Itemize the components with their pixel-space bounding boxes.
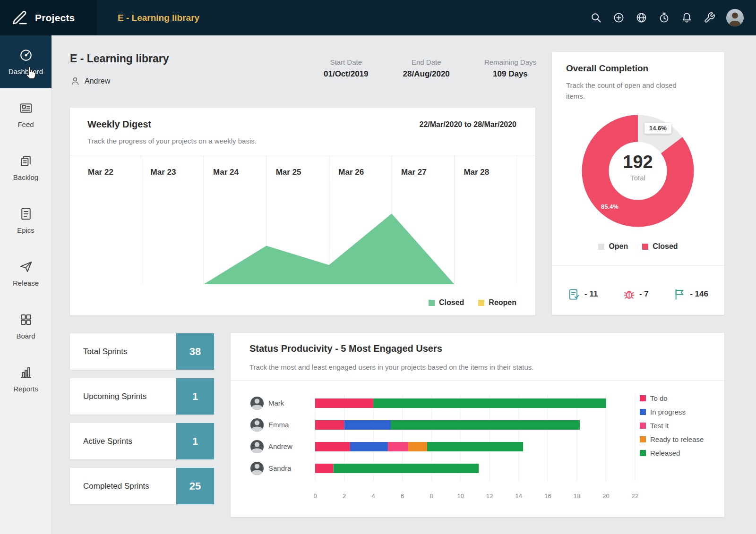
sidebar-item-dashboard[interactable]: Dashboard (0, 35, 52, 88)
weekly-digest-date-range: 22/Mar/2020 to 28/Mar/2020 (420, 120, 516, 129)
project-owner[interactable]: Andrew (70, 76, 110, 86)
epics-icon (19, 207, 33, 221)
sidebar-item-label: Release (13, 279, 39, 287)
sidebar-item-release[interactable]: Release (0, 247, 52, 300)
legend-swatch (478, 300, 484, 306)
status-productivity-title: Status Producivity - 5 Most Engaged User… (249, 343, 442, 354)
bar-segment-to-do (315, 464, 334, 473)
notifications-bell-icon[interactable] (681, 12, 693, 24)
legend-swatch (640, 436, 646, 442)
sprint-card-value: 25 (176, 468, 214, 504)
digest-day-label: Mar 26 (338, 168, 364, 177)
sidebar-item-epics[interactable]: Epics (0, 194, 52, 247)
x-axis-tick: 0 (313, 492, 317, 500)
legend-swatch (642, 244, 648, 250)
topbar-project-name[interactable]: E - Learning library (118, 13, 199, 23)
bar-segment-to-do (315, 420, 344, 430)
bar-segment-released (391, 420, 580, 430)
sprint-card-value: 1 (176, 423, 214, 459)
user-avatar[interactable] (726, 9, 744, 26)
x-axis-tick: 10 (457, 492, 464, 500)
open-percentage-label: 14.6% (644, 123, 671, 134)
tasks-stat[interactable]: - 11 (568, 288, 598, 301)
end-date-value: 28/Aug/2020 (403, 69, 450, 79)
sidebar-item-label: Reports (13, 385, 38, 393)
milestones-stat[interactable]: - 146 (673, 288, 708, 301)
sidebar-item-label: Feed (17, 120, 34, 128)
sprint-card-total[interactable]: Total Sprints 38 (70, 333, 214, 370)
timer-icon[interactable] (658, 12, 670, 24)
board-grid-icon (19, 313, 33, 327)
legend-swatch (640, 409, 646, 415)
overall-completion-title: Overall Completion (566, 63, 648, 74)
sprint-card-value: 1 (176, 378, 214, 415)
weekly-digest-chart: Mar 22Mar 23Mar 24Mar 25Mar 26Mar 27Mar … (78, 156, 517, 284)
sidebar-item-feed[interactable]: Feed (0, 88, 52, 141)
divider (70, 155, 535, 155)
legend-item-closed: Closed (642, 242, 678, 251)
overall-completion-subtitle: Track the count of open and closed items… (566, 80, 684, 102)
bar-segment-to-do (315, 398, 373, 408)
search-icon[interactable] (590, 12, 602, 24)
sprint-card-label: Completed Sprints (70, 482, 149, 491)
x-axis-tick: 2 (343, 492, 346, 500)
end-date: End Date 28/Aug/2020 (403, 58, 450, 79)
x-axis-tick: 14 (515, 492, 522, 500)
legend-swatch (640, 450, 646, 456)
sidebar-item-reports[interactable]: Reports (0, 353, 52, 406)
x-axis-tick: 12 (486, 492, 493, 500)
sprint-card-label: Total Sprints (70, 347, 128, 356)
digest-day-label: Mar 22 (88, 168, 113, 177)
avatar (250, 440, 264, 455)
digest-day-label: Mar 27 (401, 168, 427, 177)
legend-swatch (640, 423, 646, 429)
flag-icon (673, 288, 686, 301)
sprint-card-active[interactable]: Active Sprints 1 (70, 423, 214, 459)
remaining-days-label: Remaining Days (484, 58, 536, 66)
sprint-card-completed[interactable]: Completed Sprints 25 (70, 468, 214, 504)
mouse-cursor-hand (24, 66, 38, 80)
bar-segment-released (334, 464, 479, 473)
x-axis-tick: 22 (632, 492, 638, 500)
sidebar-item-board[interactable]: Board (0, 300, 52, 353)
feed-icon (19, 101, 33, 115)
legend-item-in-progress: In progress (640, 405, 704, 419)
bar-segment-released (373, 398, 606, 408)
overall-completion-card: Overall Completion Track the count of op… (552, 52, 724, 315)
legend-item-reopen: Reopen (478, 298, 516, 307)
avatar (250, 418, 264, 433)
weekly-digest-card: Weekly Digest 22/Mar/2020 to 28/Mar/2020… (70, 108, 535, 315)
status-productivity-subtitle: Track the most and least engaged users i… (249, 363, 533, 371)
sidebar: Dashboard Feed Backlog Epics Release Boa… (0, 35, 52, 534)
projects-logo-icon (11, 9, 28, 26)
completion-legend: OpenClosed (552, 242, 724, 251)
sprint-card-upcoming[interactable]: Upcoming Sprints 1 (70, 378, 214, 415)
bugs-stat[interactable]: - 7 (623, 288, 649, 301)
user-name-label: Andrew (268, 442, 292, 450)
bar-segment-to-do (315, 442, 350, 451)
end-date-label: End Date (403, 58, 450, 66)
task-list-icon (568, 288, 581, 301)
legend-item-released: Released (640, 446, 704, 460)
release-paper-plane-icon (19, 260, 33, 274)
avatar (250, 462, 264, 476)
person-icon (70, 76, 80, 86)
bar-segment-in-progress (344, 420, 391, 430)
digest-day-label: Mar 25 (276, 168, 301, 177)
sidebar-item-label: Epics (17, 226, 34, 234)
add-new-icon[interactable] (613, 12, 625, 24)
start-date-value: 01/Oct/2019 (324, 69, 369, 79)
status-productivity-card: Status Producivity - 5 Most Engaged User… (231, 333, 724, 517)
weekly-digest-legend: ClosedReopen (429, 298, 516, 307)
milestones-stat-value: - 146 (690, 289, 708, 299)
sidebar-item-backlog[interactable]: Backlog (0, 141, 52, 194)
weekly-digest-title: Weekly Digest (87, 119, 151, 130)
remaining-days-value: 109 Days (484, 69, 536, 79)
divider (231, 380, 724, 381)
tools-icon[interactable] (704, 12, 715, 24)
x-axis-tick: 20 (602, 492, 609, 500)
divider (552, 265, 724, 266)
app-brand[interactable]: Projects (0, 0, 97, 35)
globe-icon[interactable] (636, 12, 647, 24)
status-productivity-legend: To doIn progressTest itReady to releaseR… (640, 391, 704, 460)
